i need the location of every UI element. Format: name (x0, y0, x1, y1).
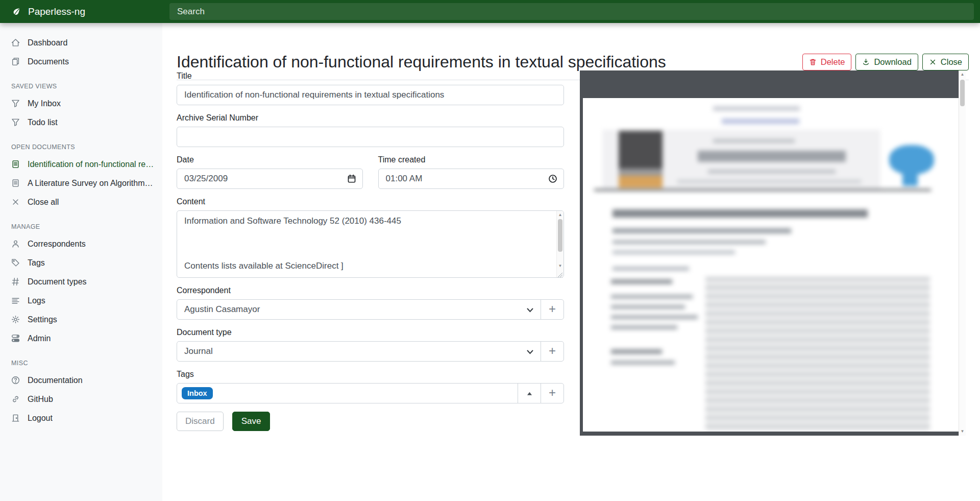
sidebar-section-saved-views: SAVED VIEWS (0, 79, 162, 94)
sidebar-item-tags[interactable]: Tags (0, 253, 162, 272)
global-search-input[interactable] (169, 3, 974, 20)
chevron-down-icon (527, 350, 533, 354)
content-textarea[interactable]: Information and Software Technology 52 (… (177, 210, 564, 278)
sidebar-section-misc: MISC (0, 355, 162, 371)
tags-input[interactable]: Inbox (177, 383, 518, 403)
sidebar-item-correspondents[interactable]: Correspondents (0, 234, 162, 253)
content-scrollbar[interactable]: ▲ ▼ (556, 211, 564, 277)
pdf-page (583, 98, 959, 432)
title-label: Title (177, 71, 564, 81)
file-text-icon (11, 179, 20, 187)
chevron-down-icon (527, 308, 533, 313)
document-preview: ▲ ▼ (580, 70, 966, 436)
trash-icon (809, 58, 817, 66)
person-icon (11, 240, 20, 248)
resize-grip[interactable] (557, 271, 563, 277)
document-type-label: Document type (177, 328, 564, 337)
asn-label: Archive Serial Number (177, 113, 564, 123)
file-text-icon (11, 160, 20, 169)
home-icon (11, 38, 20, 47)
pdf-page-blurred-content (583, 98, 959, 432)
save-button[interactable]: Save (232, 412, 271, 431)
paperless-leaf-logo-icon (11, 7, 21, 17)
sidebar-item-open-doc-identification[interactable]: Identification of non-functional require… (0, 155, 162, 174)
tags-collapse-button[interactable] (518, 383, 541, 403)
preview-scrollbar[interactable]: ▲ ▼ (959, 70, 966, 436)
download-button[interactable]: Download (855, 54, 918, 70)
sidebar-item-close-all[interactable]: Close all (0, 193, 162, 211)
sidebar-item-logs[interactable]: Logs (0, 291, 162, 310)
tags-label: Tags (177, 370, 564, 379)
sidebar-item-my-inbox[interactable]: My Inbox (0, 94, 162, 113)
date-label: Date (177, 155, 363, 164)
correspondent-select[interactable]: Agustin Casamayor (177, 299, 541, 320)
app-root: Paperless-ng Dashboard Documents SAVED V… (0, 0, 980, 501)
scroll-down-arrow[interactable]: ▼ (557, 263, 564, 270)
scroll-up-arrow[interactable]: ▲ (557, 211, 564, 219)
sidebar-item-admin[interactable]: Admin (0, 329, 162, 348)
top-navbar: Paperless-ng (0, 0, 980, 23)
brand-name: Paperless-ng (28, 6, 85, 17)
gear-icon (11, 315, 20, 324)
brand[interactable]: Paperless-ng (0, 6, 164, 17)
sidebar-item-github[interactable]: GitHub (0, 390, 162, 409)
content-line-1: Information and Software Technology 52 (… (184, 216, 401, 226)
tag-icon (11, 258, 20, 267)
preview-scroll-down-arrow[interactable]: ▼ (959, 428, 966, 435)
sidebar-item-todo-list[interactable]: Todo list (0, 113, 162, 132)
sidebar-item-documents[interactable]: Documents (0, 52, 162, 71)
sidebar-item-document-types[interactable]: Document types (0, 272, 162, 291)
download-icon (862, 58, 870, 66)
filter-funnel-icon (11, 118, 20, 127)
add-correspondent-button[interactable]: + (541, 299, 564, 320)
delete-button[interactable]: Delete (802, 54, 852, 70)
sidebar-section-open-documents: OPEN DOCUMENTS (0, 139, 162, 155)
date-input[interactable] (177, 169, 363, 189)
add-tag-button[interactable]: + (541, 383, 564, 403)
sidebar-item-documentation[interactable]: Documentation (0, 371, 162, 390)
tag-badge-inbox[interactable]: Inbox (182, 387, 213, 399)
title-input[interactable] (177, 85, 564, 105)
time-created-label: Time created (378, 155, 565, 164)
filter-funnel-icon (11, 99, 20, 108)
add-document-type-button[interactable]: + (541, 341, 564, 362)
scrollbar-thumb[interactable] (558, 219, 562, 252)
sidebar-item-dashboard[interactable]: Dashboard (0, 33, 162, 52)
sidebar-item-logout[interactable]: Logout (0, 409, 162, 427)
archive-serial-number-input[interactable] (177, 127, 564, 147)
hash-icon (11, 277, 20, 286)
documents-icon (11, 57, 20, 66)
header-actions: Delete Download Close (802, 54, 969, 70)
document-type-select[interactable]: Journal (177, 341, 541, 362)
document-edit-form: Title Archive Serial Number Date (177, 71, 564, 431)
toggles-icon (11, 334, 20, 343)
sidebar: Dashboard Documents SAVED VIEWS My Inbox… (0, 23, 162, 501)
x-icon (11, 198, 20, 206)
list-lines-icon (11, 296, 20, 305)
question-circle-icon (11, 376, 20, 385)
sidebar-section-manage: MANAGE (0, 219, 162, 234)
close-x-icon (929, 58, 937, 66)
link-icon (11, 395, 20, 403)
sidebar-item-settings[interactable]: Settings (0, 310, 162, 329)
caret-up-icon (527, 391, 532, 396)
time-created-input[interactable] (378, 169, 565, 189)
preview-scrollbar-thumb[interactable] (960, 80, 965, 106)
sidebar-item-open-doc-literature-survey[interactable]: A Literature Survey on Algorithms for Mu… (0, 174, 162, 193)
page-title: Identification of non-functional require… (177, 53, 666, 71)
discard-button[interactable]: Discard (177, 412, 224, 431)
form-actions: Discard Save (177, 412, 564, 431)
main-content: Identification of non-functional require… (162, 23, 980, 501)
content-line-2: Contents lists available at ScienceDirec… (184, 261, 344, 271)
content-label: Content (177, 197, 564, 206)
correspondent-label: Correspondent (177, 286, 564, 295)
preview-scroll-up-arrow[interactable]: ▲ (959, 71, 966, 78)
logout-door-icon (11, 414, 20, 422)
close-button[interactable]: Close (922, 54, 969, 70)
